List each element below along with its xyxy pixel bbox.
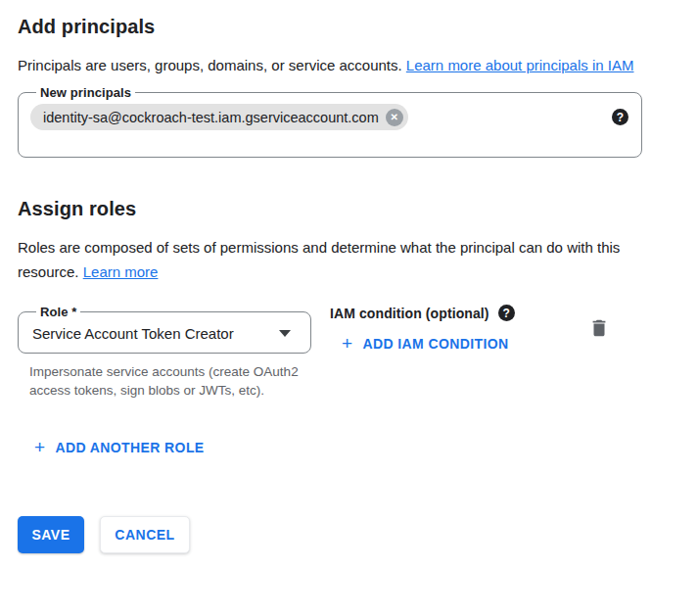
principals-description-text: Principals are users, groups, domains, o… <box>18 57 406 73</box>
roles-description: Roles are composed of sets of permission… <box>18 235 654 284</box>
role-select-label: Role * <box>36 305 80 319</box>
role-select-value-line: Service Account Token Creator <box>30 319 299 342</box>
role-select[interactable]: Role * Service Account Token Creator <box>18 305 311 354</box>
role-selected-value: Service Account Token Creator <box>32 325 234 342</box>
iam-condition-column: IAM condition (optional) ? + ADD IAM CON… <box>330 305 555 354</box>
learn-more-roles-link[interactable]: Learn more <box>83 263 159 280</box>
new-principals-inner: identity-sa@cockroach-test.iam.gservicea… <box>30 100 629 130</box>
page-title: Add principals <box>18 16 680 38</box>
principals-help-icon[interactable]: ? <box>612 109 628 125</box>
dialog-actions: SAVE CANCEL <box>18 516 680 553</box>
principals-description: Principals are users, groups, domains, o… <box>18 53 654 77</box>
principal-chip[interactable]: identity-sa@cockroach-test.iam.gservicea… <box>30 104 408 130</box>
iam-condition-label: IAM condition (optional) <box>330 306 489 321</box>
plus-icon: + <box>342 336 353 352</box>
add-another-role-label: ADD ANOTHER ROLE <box>56 440 205 455</box>
add-iam-condition-button[interactable]: + ADD IAM CONDITION <box>342 336 509 352</box>
iam-condition-label-line: IAM condition (optional) ? <box>330 305 555 321</box>
delete-role-button[interactable] <box>588 317 610 342</box>
chip-remove-icon[interactable]: ✕ <box>386 109 403 126</box>
save-button[interactable]: SAVE <box>18 516 84 553</box>
plus-icon: + <box>34 440 46 455</box>
add-iam-condition-label: ADD IAM CONDITION <box>363 336 509 352</box>
iam-condition-help-icon[interactable]: ? <box>498 305 515 321</box>
delete-role-column <box>588 305 610 343</box>
add-principals-panel: Add principals Principals are users, gro… <box>0 0 698 553</box>
trash-icon <box>588 317 610 339</box>
new-principals-label: New principals <box>36 85 135 100</box>
cancel-button[interactable]: CANCEL <box>100 516 190 553</box>
add-another-role-button[interactable]: + ADD ANOTHER ROLE <box>34 440 205 455</box>
new-principals-field[interactable]: New principals identity-sa@cockroach-tes… <box>18 85 642 158</box>
role-column: Role * Service Account Token Creator Imp… <box>18 305 311 400</box>
role-row: Role * Service Account Token Creator Imp… <box>18 305 680 400</box>
principal-chip-label: identity-sa@cockroach-test.iam.gservicea… <box>43 110 379 125</box>
assign-roles-title: Assign roles <box>18 198 680 220</box>
learn-more-principals-link[interactable]: Learn more about principals in IAM <box>406 57 634 73</box>
role-helper-text: Impersonate service accounts (create OAu… <box>29 362 315 400</box>
chevron-down-icon <box>279 330 291 337</box>
